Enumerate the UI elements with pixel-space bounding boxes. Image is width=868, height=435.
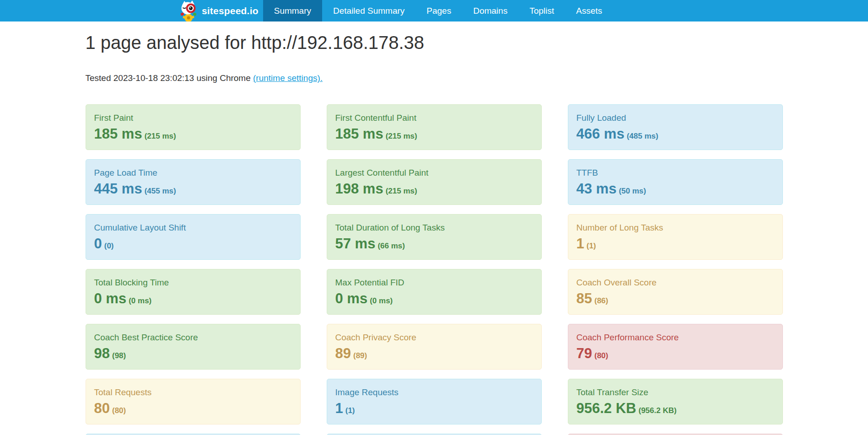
metric-value-row: 80(80) xyxy=(94,400,292,419)
metric-value-row: 57 ms(66 ms) xyxy=(335,236,533,254)
metric-card: Image Requests 1(1) xyxy=(327,379,542,424)
metric-value: 0 ms xyxy=(94,290,127,306)
navbar: sitespeed.io SummaryDetailed SummaryPage… xyxy=(0,0,868,21)
metric-value-row: 1(1) xyxy=(577,236,774,254)
metric-value: 57 ms xyxy=(335,236,376,252)
metric-secondary-value: (50 ms) xyxy=(619,187,646,195)
metric-label: Total Duration of Long Tasks xyxy=(335,222,533,233)
metric-label: Total Requests xyxy=(94,387,292,398)
navbar-content: sitespeed.io SummaryDetailed SummaryPage… xyxy=(0,0,828,21)
nav-link-detailed-summary[interactable]: Detailed Summary xyxy=(322,0,415,21)
metric-value-row: 1(1) xyxy=(335,400,533,419)
metric-value-row: 0 ms(0 ms) xyxy=(94,290,292,309)
metric-value-row: 79(80) xyxy=(577,345,774,364)
metric-label: Fully Loaded xyxy=(577,113,774,124)
metric-label: Largest Contentful Paint xyxy=(335,167,533,178)
metric-secondary-value: (89) xyxy=(353,351,367,360)
metric-card: First Contentful Paint 185 ms(215 ms) xyxy=(327,104,542,150)
metric-secondary-value: (0 ms) xyxy=(129,296,151,305)
metric-value-row: 445 ms(455 ms) xyxy=(94,181,292,199)
metric-value-row: 466 ms(485 ms) xyxy=(577,126,774,145)
metric-card: Total Transfer Size 956.2 KB(956.2 KB) xyxy=(568,379,783,424)
metric-label: Number of Long Tasks xyxy=(577,222,774,233)
metric-value: 466 ms xyxy=(577,126,625,142)
metric-card: Max Potential FID 0 ms(0 ms) xyxy=(327,269,542,315)
metric-value-row: 198 ms(215 ms) xyxy=(335,181,533,199)
metric-card: Page Load Time 445 ms(455 ms) xyxy=(86,159,301,205)
brand-link[interactable]: sitespeed.io xyxy=(174,0,263,21)
tested-text: Tested 2023-10-18 23:02:13 using Chrome xyxy=(86,73,253,83)
metric-label: Coach Privacy Score xyxy=(335,332,533,343)
metric-value-row: 89(89) xyxy=(335,345,533,364)
metric-secondary-value: (215 ms) xyxy=(386,187,417,195)
metric-label: Page Load Time xyxy=(94,167,292,178)
sitespeed-logo-icon xyxy=(179,0,198,23)
metric-value: 98 xyxy=(94,345,110,361)
metric-secondary-value: (0 ms) xyxy=(370,296,393,305)
metric-label: Total Blocking Time xyxy=(94,277,292,288)
nav-link-domains[interactable]: Domains xyxy=(462,0,518,21)
metric-card: Largest Contentful Paint 198 ms(215 ms) xyxy=(327,159,542,205)
runtime-settings-link[interactable]: (runtime settings). xyxy=(253,73,323,83)
metric-value-row: 185 ms(215 ms) xyxy=(335,126,533,145)
metric-label: Coach Performance Score xyxy=(577,332,774,343)
nav-link-assets[interactable]: Assets xyxy=(565,0,613,21)
metric-value: 80 xyxy=(94,400,110,416)
metric-secondary-value: (215 ms) xyxy=(386,132,417,140)
metric-label: First Contentful Paint xyxy=(335,113,533,124)
metric-secondary-value: (80) xyxy=(594,351,608,360)
metrics-grid: First Paint 185 ms(215 ms) First Content… xyxy=(86,104,783,435)
metric-label: TTFB xyxy=(577,167,774,178)
metric-value: 1 xyxy=(577,236,584,252)
metric-value-row: 185 ms(215 ms) xyxy=(94,126,292,145)
metric-label: First Paint xyxy=(94,113,292,124)
metric-card: Total Blocking Time 0 ms(0 ms) xyxy=(86,269,301,315)
metric-value-row: 0 ms(0 ms) xyxy=(335,290,533,309)
nav-link-summary[interactable]: Summary xyxy=(263,0,322,21)
nav-item-pages: Pages xyxy=(415,0,462,21)
metric-card: Coach Performance Score 79(80) xyxy=(568,324,783,370)
metric-value: 956.2 KB xyxy=(577,400,636,416)
metric-value: 1 xyxy=(335,400,343,416)
metric-secondary-value: (1) xyxy=(345,406,355,415)
metric-label: Coach Overall Score xyxy=(577,277,774,288)
metric-value-row: 956.2 KB(956.2 KB) xyxy=(577,400,774,419)
metric-value: 85 xyxy=(577,290,592,306)
metric-label: Image Requests xyxy=(335,387,533,398)
metric-label: Coach Best Practice Score xyxy=(94,332,292,343)
metric-card: Total Requests 80(80) xyxy=(86,379,301,424)
metric-secondary-value: (66 ms) xyxy=(377,242,405,250)
metric-value: 185 ms xyxy=(335,126,383,142)
metric-secondary-value: (1) xyxy=(587,242,596,250)
tested-line: Tested 2023-10-18 23:02:13 using Chrome … xyxy=(86,73,783,83)
metric-value-row: 43 ms(50 ms) xyxy=(577,181,774,199)
metric-label: Total Transfer Size xyxy=(577,387,774,398)
metric-secondary-value: (86) xyxy=(594,296,608,305)
metric-card: Coach Best Practice Score 98(98) xyxy=(86,324,301,370)
nav-item-toplist: Toplist xyxy=(518,0,565,21)
brand-text: sitespeed.io xyxy=(202,5,259,16)
metric-secondary-value: (956.2 KB) xyxy=(638,406,676,415)
metric-card: Coach Overall Score 85(86) xyxy=(568,269,783,315)
metric-value: 43 ms xyxy=(577,181,617,197)
metric-secondary-value: (0) xyxy=(104,242,114,250)
metric-secondary-value: (80) xyxy=(112,406,126,415)
nav-item-assets: Assets xyxy=(565,0,613,21)
nav-item-domains: Domains xyxy=(462,0,518,21)
nav-item-detailed-summary: Detailed Summary xyxy=(322,0,415,21)
metric-value: 89 xyxy=(335,345,351,361)
metric-secondary-value: (98) xyxy=(112,351,126,360)
nav-link-pages[interactable]: Pages xyxy=(415,0,462,21)
metric-card: Number of Long Tasks 1(1) xyxy=(568,214,783,260)
metric-label: Cumulative Layout Shift xyxy=(94,222,292,233)
nav-link-toplist[interactable]: Toplist xyxy=(518,0,565,21)
metric-value-row: 85(86) xyxy=(577,290,774,309)
main-content: 1 page analysed for http://192.168.178.3… xyxy=(86,32,783,435)
metric-value-row: 0(0) xyxy=(94,236,292,254)
page-title: 1 page analysed for http://192.168.178.3… xyxy=(86,32,783,53)
metric-card: Fully Loaded 466 ms(485 ms) xyxy=(568,104,783,150)
metric-label: Max Potential FID xyxy=(335,277,533,288)
metric-value: 198 ms xyxy=(335,181,383,197)
nav-menu: SummaryDetailed SummaryPagesDomainsTopli… xyxy=(263,0,613,21)
metric-value: 79 xyxy=(577,345,592,361)
